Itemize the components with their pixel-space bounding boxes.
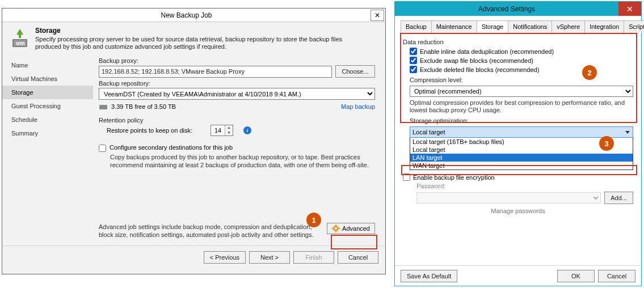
backup-repository-select[interactable]: VeeamDST (Created by VEEAMA\Administrato… [99,88,375,100]
secondary-destinations-desc: Copy backups produced by this job to ano… [110,153,375,169]
svg-rect-9 [335,231,336,232]
previous-button[interactable]: < Previous [204,251,246,264]
deleted-checkbox[interactable] [410,66,417,73]
nav-guest-processing[interactable]: Guest Processing [2,99,93,113]
spin-down-icon[interactable]: ▼ [225,130,233,135]
info-icon[interactable]: i [243,126,251,134]
compression-select[interactable]: Optimal (recommended) [410,86,633,97]
nav-virtual-machines[interactable]: Virtual Machines [2,72,93,86]
next-button[interactable]: Next > [249,251,290,264]
spin-up-icon[interactable]: ▲ [225,125,233,130]
dedup-checkbox[interactable] [410,48,417,55]
backup-repository-label: Backup repository: [99,80,375,87]
tab-storage[interactable]: Storage [477,20,509,33]
wizard-nav: Name Virtual Machines Storage Guest Proc… [2,54,93,245]
opt-local[interactable]: Local target [410,146,633,154]
restore-points-label: Restore points to keep on disk: [107,127,192,134]
tab-scripts[interactable]: Scripts [624,20,644,33]
tab-vsphere[interactable]: vSphere [552,20,585,33]
nav-summary[interactable]: Summary [2,126,93,140]
storage-opt-select[interactable]: Local target Local target (16TB+ backup … [410,126,633,170]
dialog-footer: Save As Default OK Cancel [395,265,641,286]
tab-notifications[interactable]: Notifications [508,20,552,33]
password-select [416,192,601,204]
ok-button[interactable]: OK [557,270,595,282]
compression-label: Compression level: [410,77,633,83]
opt-local-16tb[interactable]: Local target (16TB+ backup files) [410,138,633,146]
gear-icon [332,225,340,232]
close-button[interactable]: ✕ [371,10,384,21]
svg-text:vm: vm [16,40,25,46]
svg-rect-10 [332,228,334,229]
data-reduction-title: Data reduction [403,39,633,45]
storage-wizard-icon: vm [8,27,32,50]
svg-point-7 [335,227,337,230]
tab-bar: Backup Maintenance Storage Notifications… [401,20,635,33]
add-password-button[interactable]: Add... [604,192,633,204]
secondary-destinations-label: Configure secondary destinations for thi… [110,144,233,152]
secondary-destinations-checkbox[interactable] [99,145,106,152]
save-as-default-button[interactable]: Save As Default [401,270,457,282]
advanced-button[interactable]: Advanced [327,223,375,234]
titlebar: New Backup Job ✕ [2,9,385,22]
restore-points-input[interactable] [211,125,225,135]
new-backup-job-dialog: New Backup Job ✕ vm Storage Specify proc… [2,8,386,274]
compression-hint: Optimal compression provides for best co… [410,99,633,114]
retention-policy-label: Retention policy [99,117,375,124]
dialog-title: New Backup Job [2,11,371,19]
tab-maintenance[interactable]: Maintenance [431,20,477,33]
dedup-label: Enable inline data deduplication (recomm… [420,48,554,55]
cancel-button[interactable]: Cancel [338,251,378,264]
titlebar: Advanced Settings ✕ [395,2,641,16]
finish-button: Finish [293,251,334,264]
advanced-settings-dialog: Advanced Settings ✕ Backup Maintenance S… [394,1,642,286]
svg-point-5 [105,107,106,108]
tab-integration[interactable]: Integration [584,20,624,33]
nav-storage[interactable]: Storage [2,86,93,99]
dialog-footer: < Previous Next > Finish Cancel [2,245,385,268]
manage-passwords-link[interactable]: Manage passwords [403,207,633,214]
nav-name[interactable]: Name [2,58,93,72]
storage-opt-dropdown-list: Local target (16TB+ backup files) Local … [410,138,633,170]
swap-checkbox[interactable] [410,57,417,64]
deleted-label: Exclude deleted file blocks (recommended… [420,66,539,73]
choose-button[interactable]: Choose... [335,65,375,78]
svg-rect-11 [338,228,340,229]
map-backup-link[interactable]: Map backup [341,103,375,110]
backup-proxy-input[interactable] [99,66,332,78]
swap-label: Exclude swap file blocks (recommended) [420,57,533,64]
encrypt-checkbox[interactable] [403,173,410,181]
page-title: Storage [35,27,370,35]
nav-schedule[interactable]: Schedule [2,113,93,126]
password-label: Password: [416,183,633,189]
dialog-title: Advanced Settings [395,5,618,13]
disk-icon [99,102,108,111]
dialog-header: vm Storage Specify processing proxy serv… [2,22,385,54]
svg-rect-8 [335,225,336,226]
free-space-text: 3.39 TB free of 3.50 TB [111,103,176,110]
opt-wan[interactable]: WAN target [410,162,633,170]
storage-opt-label: Storage optimization: [410,117,633,124]
svg-marker-0 [16,29,23,38]
page-subtitle: Specify processing proxy server to be us… [35,36,370,50]
opt-lan[interactable]: LAN target [410,154,633,162]
cancel-button[interactable]: Cancel [598,270,635,282]
backup-proxy-label: Backup proxy: [99,57,375,64]
encrypt-label: Enable backup file encryption [413,174,495,181]
storage-opt-selected: Local target [413,129,445,135]
close-button[interactable]: ✕ [618,2,641,16]
advanced-desc: Advanced job settings include backup mod… [99,223,327,239]
advanced-button-label: Advanced [342,225,370,232]
restore-points-spinner[interactable]: ▲▼ [211,125,233,136]
tab-backup[interactable]: Backup [401,20,432,33]
